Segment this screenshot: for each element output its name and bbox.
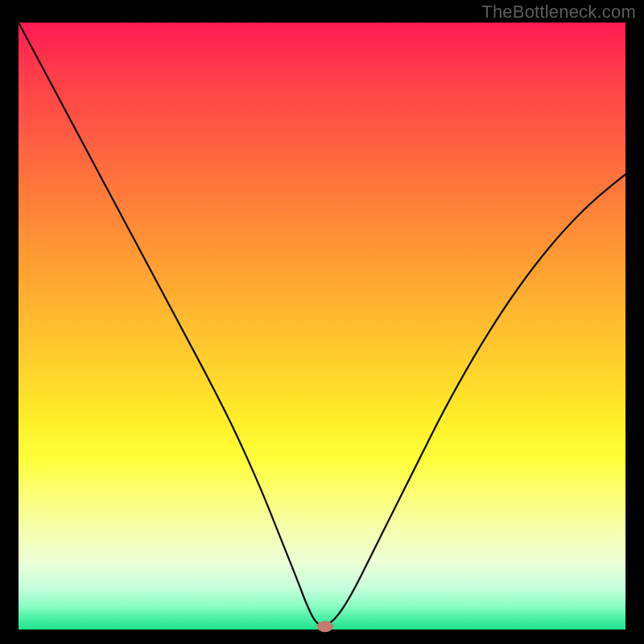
optimal-point-marker: [317, 621, 333, 632]
attribution-text: TheBottleneck.com: [481, 2, 636, 23]
chart-frame: TheBottleneck.com: [0, 0, 644, 644]
plot-area: [19, 23, 625, 630]
chart-svg: [19, 23, 625, 630]
bottleneck-curve: [19, 23, 625, 625]
